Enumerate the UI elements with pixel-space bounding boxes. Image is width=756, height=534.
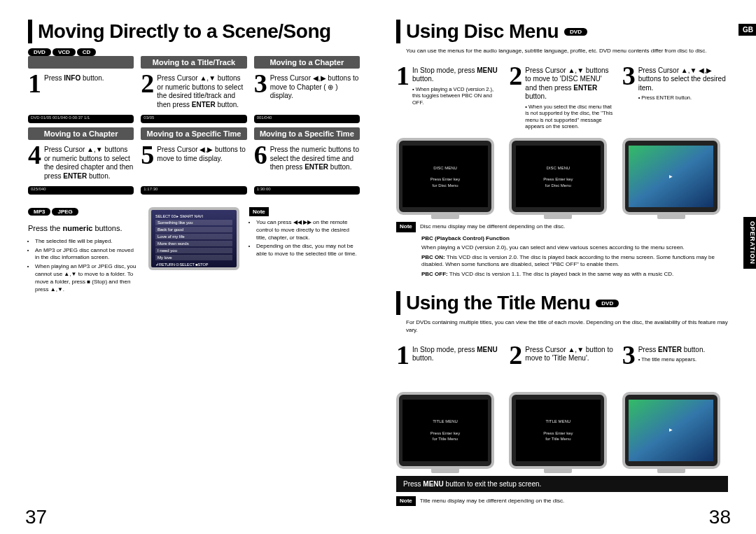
pbc-title: PBC (Playback Control) Function (421, 235, 728, 243)
disc-note-text: Disc menu display may be different depen… (420, 223, 565, 230)
section-tab: OPERATION (743, 217, 756, 269)
tv-playback-image: ▶ (622, 138, 720, 215)
heading-accent (28, 20, 32, 43)
title-menu-title: Using the Title Menu (406, 292, 590, 314)
title-steps: 1In Stop mode, press MENU button.2Press … (396, 343, 728, 384)
tv-title-menu: TITLE MENUPress Enter keyfor Title Menu (396, 392, 494, 469)
tv-disc-menu: DISC MENUPress Enter keyfor Disc Menu (396, 138, 494, 215)
numeric-instruction: Press the numeric buttons. (28, 221, 139, 234)
heading-accent (396, 291, 400, 315)
note-label: Note (396, 222, 416, 232)
exit-instruction: Press MENU button to exit the setup scre… (396, 476, 728, 492)
steps-row-2: Moving to a Chapter4Press Cursor ▲,▼ but… (28, 127, 360, 195)
tv-disc-menu-2: DISC MENUPress Enter keyfor Disc Menu (509, 138, 607, 215)
tv-playback-image: ▶ (622, 392, 720, 469)
disc-menu-subtitle: You can use the menus for the audio lang… (406, 48, 728, 55)
dvd-badge: DVD (564, 28, 587, 36)
page-number: 38 (709, 506, 731, 528)
pbc-intro: When playing a VCD (version 2.0), you ca… (421, 244, 728, 252)
list-footer: ↲RETURN ⊙SELECT ■STOP (155, 262, 232, 267)
disc-menu-title: Using Disc Menu (406, 20, 559, 43)
language-tab: GB (738, 24, 756, 36)
numeric-notes: The selected file will be played.An MP3 … (28, 238, 139, 294)
title-note-text: Title menu display may be different depe… (420, 498, 564, 504)
note-label: Note (396, 496, 416, 507)
note-items: You can press ◀◀ ▶▶ on the remote contro… (249, 219, 360, 258)
tv-title-menu-2: TITLE MENUPress Enter keyfor Title Menu (509, 392, 607, 469)
page-38: GB OPERATION Using Disc Menu DVD You can… (378, 0, 756, 534)
disc-steps: 1In Stop mode, press MENU button.• When … (396, 64, 728, 130)
page-37: Moving Directly to a Scene/Song DVDVCDCD… (0, 0, 378, 534)
heading-row: Moving Directly to a Scene/Song (28, 20, 360, 43)
note-label: Note (249, 207, 269, 216)
dvd-badge: DVD (596, 300, 619, 307)
disc-type-badges: DVDVCDCD (28, 48, 360, 56)
steps-row-1: 1Press INFO button.DVD 01/05 001/040 0:0… (28, 56, 360, 123)
mp3-jpeg-badges: MP3JPEG (28, 207, 139, 216)
pbc-on: PBC ON: This VCD disc is version 2.0. Th… (421, 254, 728, 269)
file-list-screen: SELECT 03 ▸ SMART NAVI Something like yo… (148, 207, 239, 270)
heading-accent (396, 20, 400, 43)
page-title: Moving Directly to a Scene/Song (38, 20, 331, 43)
title-menu-subtitle: For DVDs containing multiple titles, you… (406, 319, 728, 335)
list-header: SELECT 03 ▸ SMART NAVI (155, 214, 232, 218)
page-number: 37 (25, 506, 47, 528)
pbc-off: PBC OFF: This VCD disc is version 1.1. T… (421, 271, 728, 279)
